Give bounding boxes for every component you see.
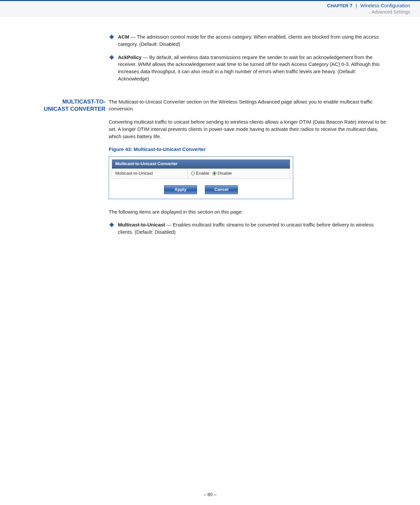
apply-button[interactable]: Apply bbox=[164, 185, 197, 194]
list-item: AckPolicy — By default, all wireless dat… bbox=[109, 54, 387, 82]
term: AckPolicy bbox=[118, 54, 142, 60]
cancel-button[interactable]: Cancel bbox=[205, 185, 238, 194]
section-side-heading: MULTICAST-TO- UNICAST CONVERTER bbox=[33, 98, 105, 113]
radio-icon bbox=[191, 171, 195, 175]
section-intro: The Multicast-to-Unicast Converter secti… bbox=[109, 98, 387, 113]
header-subtitle: Advanced Settings bbox=[10, 9, 410, 15]
panel-controls: Enable Disable bbox=[188, 169, 290, 178]
term-desc: — The admission control mode for the acc… bbox=[118, 34, 379, 47]
diamond-icon bbox=[109, 35, 114, 39]
term: ACM bbox=[118, 34, 129, 40]
radio-label: Disable bbox=[217, 170, 232, 177]
radio-icon bbox=[212, 171, 216, 175]
panel-row-label: Multicast-to-Unicast bbox=[112, 169, 188, 178]
page-number: – 80 – bbox=[0, 492, 420, 497]
list-item: Multicast-to-Unicast — Enables multicast… bbox=[109, 221, 387, 236]
figure-caption: Figure 43: Multicast-to-Unicast Converte… bbox=[109, 146, 387, 153]
term-desc: — By default, all wireless data transmis… bbox=[118, 54, 379, 81]
panel-title: Multicast-to-Unicast Converter bbox=[112, 160, 290, 169]
page-header: CHAPTER 7 | Wireless Configuration Advan… bbox=[0, 0, 420, 17]
enable-radio[interactable]: Enable bbox=[191, 170, 209, 177]
term: Multicast-to-Unicast bbox=[118, 222, 165, 227]
settings-panel: Multicast-to-Unicast Converter Multicast… bbox=[109, 156, 293, 199]
disable-radio[interactable]: Disable bbox=[212, 170, 232, 177]
header-separator: | bbox=[354, 3, 359, 8]
after-panel-intro: The following items are displayed in thi… bbox=[109, 208, 387, 216]
chapter-label: CHAPTER 7 bbox=[327, 3, 354, 8]
diamond-icon bbox=[109, 223, 114, 227]
diamond-icon bbox=[109, 55, 114, 60]
list-item: ACM — The admission control mode for the… bbox=[109, 33, 387, 48]
radio-label: Enable bbox=[196, 170, 209, 177]
breadcrumb: Wireless Configuration bbox=[360, 3, 410, 8]
section-paragraph: Converting multicast traffic to unicast … bbox=[109, 118, 387, 140]
